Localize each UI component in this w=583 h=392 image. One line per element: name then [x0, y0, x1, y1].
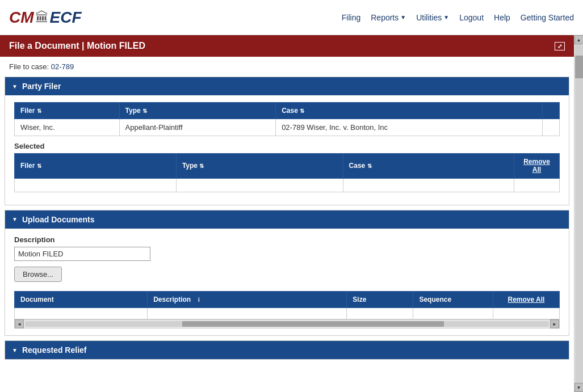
description-info-icon[interactable]: i	[195, 296, 203, 304]
requested-relief-section: ▼ Requested Relief	[5, 340, 569, 360]
table-row: Wiser, Inc. Appellant-Plaintiff 02-789 W…	[15, 119, 560, 136]
type-cell: Appellant-Plaintiff	[119, 119, 276, 136]
sel-case-empty	[343, 178, 514, 192]
requested-relief-label: Requested Relief	[22, 345, 87, 355]
reports-dropdown-arrow: ▼	[400, 14, 406, 20]
requested-relief-header: ▼ Requested Relief	[5, 341, 569, 359]
remove-all-header[interactable]: RemoveAll	[514, 154, 560, 179]
party-filer-toggle[interactable]: ▼	[12, 83, 18, 90]
selected-type-header[interactable]: Type ⇅	[176, 154, 343, 179]
sel-filer-empty	[15, 178, 177, 192]
document-table: Document Description i Size Sequence Rem…	[14, 291, 560, 320]
case-cell: 02-789 Wiser, Inc. v. Bonton, Inc	[276, 119, 543, 136]
description-label: Description	[14, 235, 560, 244]
nav-utilities[interactable]: Utilities ▼	[416, 13, 449, 22]
doc-empty-5	[493, 308, 559, 319]
upload-body: Description Browse... Document Descripti…	[5, 229, 569, 336]
top-navigation: CM 🏛 ECF Filing Reports ▼ Utilities ▼ Lo…	[0, 0, 583, 35]
utilities-dropdown-arrow: ▼	[443, 14, 449, 20]
select-cell[interactable]	[543, 119, 560, 136]
selected-empty-row	[15, 178, 560, 192]
selected-filer-header[interactable]: Filer ⇅	[15, 154, 177, 179]
filer-sort-icon: ⇅	[37, 108, 41, 114]
sel-type-empty	[176, 178, 343, 192]
doc-empty-1	[15, 308, 148, 319]
horizontal-scrollbar[interactable]: ◄ ►	[14, 319, 560, 328]
sel-remove-empty	[514, 178, 560, 192]
scroll-thumb[interactable]	[182, 321, 444, 327]
page-header: File a Document | Motion FILED ⤢	[0, 35, 574, 57]
doc-empty-2	[148, 308, 347, 319]
content-area: File a Document | Motion FILED ⤢ File to…	[0, 35, 574, 392]
party-filer-section: ▼ Party Filer Filer ⇅ Type ⇅	[5, 77, 569, 205]
logo: CM 🏛 ECF	[9, 9, 82, 27]
sel-case-sort: ⇅	[367, 163, 372, 169]
remove-all-link[interactable]: RemoveAll	[523, 158, 550, 174]
doc-empty-3	[347, 308, 413, 319]
vertical-scrollbar[interactable]: ▲ ▼	[574, 35, 583, 392]
doc-remove-all-header[interactable]: Remove All	[493, 291, 559, 308]
scroll-track-vertical	[575, 44, 583, 383]
scroll-down-button[interactable]: ▼	[574, 383, 584, 392]
case-number-link[interactable]: 02-789	[51, 62, 74, 71]
fullscreen-button[interactable]: ⤢	[555, 42, 565, 50]
party-filer-body: Filer ⇅ Type ⇅ Case ⇅	[5, 95, 569, 205]
upload-documents-header: ▼ Upload Documents	[5, 210, 569, 229]
party-filer-label: Party Filer	[22, 82, 61, 91]
case-col-header[interactable]: Case ⇅	[276, 103, 543, 119]
sequence-col-header: Sequence	[413, 291, 493, 308]
scroll-track	[25, 321, 549, 327]
upload-toggle[interactable]: ▼	[12, 216, 18, 222]
case-sort-icon: ⇅	[300, 108, 304, 114]
nav-logout[interactable]: Logout	[459, 13, 484, 22]
scroll-right-button[interactable]: ►	[550, 319, 559, 328]
nav-links: Filing Reports ▼ Utilities ▼ Logout Help…	[342, 13, 574, 22]
doc-empty-row	[15, 308, 560, 319]
type-col-header[interactable]: Type ⇅	[119, 103, 276, 119]
select-col-header	[543, 103, 560, 119]
nav-help[interactable]: Help	[494, 13, 510, 22]
selected-label: Selected	[14, 142, 560, 150]
nav-reports[interactable]: Reports ▼	[371, 13, 406, 22]
sel-filer-sort: ⇅	[37, 163, 41, 169]
scroll-up-button[interactable]: ▲	[574, 35, 584, 44]
upload-documents-section: ▼ Upload Documents Description Browse...…	[5, 210, 569, 336]
scroll-thumb-vertical[interactable]	[575, 56, 583, 78]
page-title: File a Document | Motion FILED	[9, 41, 145, 51]
scroll-left-button[interactable]: ◄	[15, 319, 24, 328]
nav-filing[interactable]: Filing	[342, 13, 360, 22]
relief-toggle[interactable]: ▼	[12, 347, 18, 353]
desc-col-header: Description i	[148, 291, 347, 308]
filer-col-header[interactable]: Filer ⇅	[15, 103, 120, 119]
browse-button[interactable]: Browse...	[14, 267, 62, 282]
description-input[interactable]	[14, 247, 150, 261]
logo-ecf: ECF	[50, 9, 82, 27]
main-wrapper: File a Document | Motion FILED ⤢ File to…	[0, 35, 583, 392]
selected-case-header[interactable]: Case ⇅	[343, 154, 514, 179]
case-info: File to case: 02-789	[0, 57, 574, 77]
filer-table: Filer ⇅ Type ⇅ Case ⇅	[14, 102, 560, 136]
doc-col-header: Document	[15, 291, 148, 308]
logo-cm: CM	[9, 9, 34, 27]
doc-empty-4	[413, 308, 493, 319]
selected-table: Filer ⇅ Type ⇅ Case ⇅ RemoveAll	[14, 153, 560, 192]
party-filer-header: ▼ Party Filer	[5, 77, 569, 95]
doc-remove-all-link[interactable]: Remove All	[507, 296, 544, 304]
sel-type-sort: ⇅	[199, 163, 204, 169]
size-col-header: Size	[347, 291, 413, 308]
type-sort-icon: ⇅	[142, 108, 147, 114]
filer-cell: Wiser, Inc.	[15, 119, 120, 136]
nav-getting-started[interactable]: Getting Started	[521, 13, 574, 22]
upload-label: Upload Documents	[22, 215, 95, 224]
logo-icon: 🏛	[35, 10, 49, 26]
